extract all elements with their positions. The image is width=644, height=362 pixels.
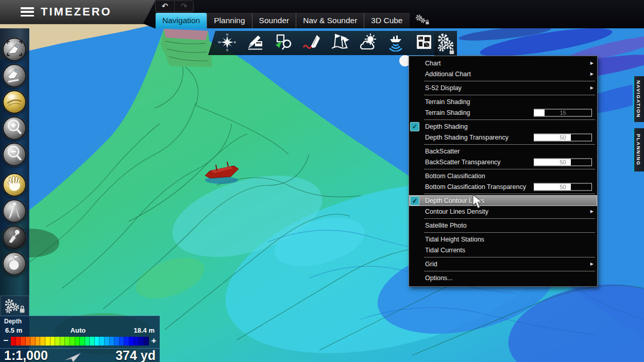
chart-overlay-button[interactable]	[413, 32, 435, 54]
depth-color-swatch	[95, 337, 100, 346]
depth-mode[interactable]: Auto	[71, 326, 86, 334]
depth-color-swatch	[110, 337, 115, 346]
menu-item-label: Bottom Classification	[425, 173, 485, 180]
submenu-arrow-icon: ▶	[590, 72, 594, 76]
tool-globe-3d-orb-button[interactable]	[3, 90, 26, 114]
depth-color-swatch	[129, 337, 134, 346]
tab-nav-sounder[interactable]: Nav & Sounder	[296, 13, 364, 28]
menu-item-tidal-currents[interactable]: Tidal Currents	[409, 245, 597, 255]
tool-event-mark-button[interactable]	[3, 252, 26, 275]
menu-item-terrain-shading[interactable]: Terrain Shading	[409, 96, 597, 107]
redo-button[interactable]: ↷	[174, 1, 193, 12]
tab-navigation[interactable]: Navigation	[156, 13, 207, 28]
submenu-arrow-icon: ▶	[590, 209, 594, 214]
globe-3d-orb-icon	[4, 91, 25, 113]
menu-item-terrain-shading[interactable]: Terrain Shading15	[409, 107, 597, 118]
menu-item-contour-lines-density[interactable]: Contour Lines Density▶	[409, 206, 597, 217]
toolbar-config-button[interactable]	[1, 296, 29, 316]
event-mark-icon	[4, 252, 25, 275]
slider-value: 50	[534, 159, 591, 165]
sounder-display-icon	[386, 33, 405, 54]
depth-color-swatch	[105, 337, 110, 346]
side-tab-navigation[interactable]: NAVIGATION	[633, 76, 644, 122]
layer-settings-button[interactable]	[434, 31, 457, 56]
depth-scale-decrease-button[interactable]: −	[2, 336, 10, 346]
dividers-icon	[4, 200, 25, 222]
north-arrow-icon	[64, 352, 82, 362]
menu-item-label: Terrain Shading	[425, 98, 470, 106]
undo-button[interactable]: ↶	[156, 1, 174, 12]
slider-backscatter-transparency[interactable]: 50	[534, 158, 592, 166]
map-toolbar: NSWE	[208, 31, 438, 55]
tool-dividers-button[interactable]	[3, 199, 26, 223]
tool-zoom-in-button[interactable]	[3, 116, 26, 140]
slider-bottom-classification-transparency[interactable]: 50	[534, 183, 592, 191]
menu-item-options[interactable]: Options...	[409, 272, 597, 283]
menu-item-tidal-height-stations[interactable]: Tidal Height Stations	[409, 234, 597, 245]
menu-item-s-52-display[interactable]: S-52 Display▶	[409, 82, 597, 93]
menu-item-satellite-photo[interactable]: Satellite Photo	[409, 220, 597, 231]
depth-color-swatch	[139, 337, 144, 346]
hamburger-menu-icon[interactable]	[21, 7, 34, 16]
depth-color-swatch	[80, 337, 85, 346]
tool-center-on-boat-button[interactable]	[3, 38, 26, 61]
selection-tool-icon	[274, 33, 293, 54]
app-title: TIMEZERO	[41, 5, 112, 19]
menu-separator	[424, 144, 595, 145]
menu-item-backscatter-transparency[interactable]: BackScatter Transparency50	[409, 157, 597, 167]
tool-zoom-out-button[interactable]	[3, 143, 26, 166]
depth-color-swatch	[40, 337, 45, 346]
workspace-config-gears-icon[interactable]	[414, 13, 430, 28]
depth-color-swatch	[11, 337, 16, 346]
menu-item-depth-contour-lines[interactable]: ✓Depth Contour Lines	[409, 195, 597, 206]
depth-max-value: 18.4 m	[134, 326, 155, 334]
weather-button[interactable]	[357, 32, 379, 54]
marks-button[interactable]	[329, 32, 350, 54]
menu-item-chart[interactable]: Chart▶	[409, 58, 597, 68]
tool-pan-hand-button[interactable]	[3, 173, 26, 197]
menu-separator	[424, 119, 595, 120]
menu-item-label: Contour Lines Density	[425, 208, 488, 215]
menu-item-additional-chart[interactable]: Additional Chart▶	[409, 68, 597, 79]
menu-item-bottom-classification[interactable]: Bottom Classification	[409, 170, 597, 181]
selection-tool-button[interactable]	[273, 32, 294, 54]
menu-item-label: Depth Shading Transparency	[425, 134, 509, 141]
contour-patch	[161, 29, 212, 67]
menu-item-depth-shading[interactable]: ✓Depth Shading	[409, 121, 597, 132]
route-button[interactable]	[301, 32, 323, 54]
menu-item-label: BackScatter	[425, 148, 460, 155]
depth-min-value: 6.5 m	[5, 326, 22, 334]
menu-item-depth-shading-transparency[interactable]: Depth Shading Transparency50	[409, 132, 597, 143]
menu-item-backscatter[interactable]: BackScatter	[409, 146, 597, 157]
depth-color-swatch	[55, 337, 60, 346]
depth-color-swatch	[75, 337, 80, 346]
depth-panel-title: Depth	[4, 318, 22, 325]
side-tab-planning[interactable]: PLANNING	[633, 128, 644, 171]
slider-terrain-shading[interactable]: 15	[534, 109, 592, 116]
menu-item-label: Tidal Height Stations	[425, 236, 484, 243]
tab-planning[interactable]: Planning	[207, 13, 251, 28]
menu-item-label: Additional Chart	[425, 71, 471, 78]
pan-hand-icon	[4, 174, 25, 196]
depth-color-swatch	[85, 337, 90, 346]
depth-color-swatch	[114, 337, 120, 346]
slider-depth-shading-transparency[interactable]: 50	[534, 133, 592, 141]
depth-color-scale[interactable]	[11, 337, 149, 346]
depth-scale-increase-button[interactable]: +	[150, 336, 158, 346]
menu-item-grid[interactable]: Grid▶	[409, 258, 597, 269]
tab-3d-cube[interactable]: 3D Cube	[364, 13, 409, 28]
checkbox-checked-icon[interactable]: ✓	[410, 122, 419, 131]
menu-separator	[424, 169, 595, 169]
menu-separator	[424, 194, 595, 194]
tool-orient-3d-button[interactable]	[3, 226, 26, 249]
sounder-display-button[interactable]	[385, 32, 406, 54]
tab-sounder[interactable]: Sounder	[252, 13, 296, 28]
menu-item-bottom-classification-transparency[interactable]: Bottom Classification Transparency50	[409, 181, 597, 192]
depth-color-swatch	[120, 337, 125, 346]
compass-orientation-button[interactable]: NSWE	[216, 32, 238, 54]
checkbox-checked-icon[interactable]: ✓	[410, 196, 419, 205]
annotations-button[interactable]	[245, 32, 266, 54]
marks-icon	[330, 33, 349, 54]
depth-color-swatch	[99, 337, 105, 346]
tool-boat-trail-button[interactable]	[3, 64, 26, 88]
